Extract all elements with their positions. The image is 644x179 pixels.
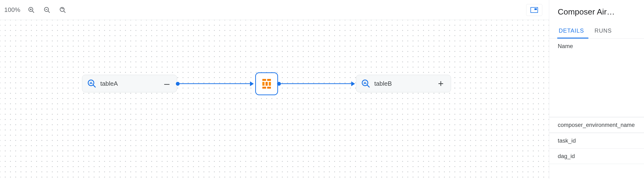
svg-rect-10 <box>534 8 537 10</box>
svg-rect-21 <box>262 82 264 86</box>
tab-details[interactable]: DETAILS <box>549 23 589 38</box>
node-table-b[interactable]: tableB + <box>356 75 451 92</box>
zoom-reset-button[interactable] <box>58 5 68 15</box>
output-port[interactable] <box>277 82 281 86</box>
minimap-toggle[interactable] <box>526 4 542 16</box>
node-composer-task[interactable] <box>255 72 278 95</box>
node-label: tableB <box>374 80 433 87</box>
svg-rect-13 <box>90 83 90 84</box>
field-task-id: task_id <box>549 133 644 148</box>
svg-line-12 <box>93 85 95 87</box>
svg-rect-15 <box>92 83 92 84</box>
zoom-in-button[interactable] <box>26 5 36 15</box>
tab-runs[interactable]: RUNS <box>589 23 617 38</box>
zoom-reset-icon <box>59 7 66 14</box>
composer-icon <box>260 77 274 91</box>
edge <box>180 83 251 84</box>
zoom-out-icon <box>44 7 50 14</box>
field-composer-env: composer_environment_name <box>549 117 644 133</box>
svg-rect-25 <box>364 83 364 84</box>
svg-line-1 <box>32 11 34 13</box>
svg-rect-17 <box>267 79 271 81</box>
svg-line-5 <box>48 11 50 13</box>
minimap-icon <box>530 7 538 13</box>
zoom-in-icon <box>28 7 35 14</box>
output-port[interactable] <box>176 82 180 86</box>
field-name: Name <box>549 39 644 117</box>
svg-rect-14 <box>91 82 92 84</box>
svg-rect-26 <box>365 82 366 84</box>
edge <box>281 83 352 84</box>
svg-rect-27 <box>366 83 366 84</box>
svg-rect-16 <box>262 79 266 81</box>
bigquery-icon <box>362 79 370 88</box>
bigquery-icon <box>88 79 96 88</box>
canvas-toolbar: 100% <box>0 0 549 20</box>
details-panel: Composer Air… DETAILS RUNS Name composer… <box>549 0 644 179</box>
collapse-button[interactable]: – <box>163 79 170 88</box>
arrowhead-icon <box>250 81 254 86</box>
panel-title: Composer Air… <box>549 0 644 23</box>
panel-tabs: DETAILS RUNS <box>549 23 644 39</box>
arrowhead-icon <box>351 81 355 86</box>
field-dag-id: dag_id <box>549 148 644 164</box>
zoom-out-button[interactable] <box>42 5 52 15</box>
lineage-canvas[interactable]: tableA – <box>0 20 549 179</box>
node-label: tableA <box>100 80 159 87</box>
svg-rect-20 <box>267 87 271 89</box>
node-table-a[interactable]: tableA – <box>82 75 177 92</box>
zoom-level: 100% <box>4 6 20 14</box>
svg-rect-18 <box>266 82 268 86</box>
svg-line-24 <box>367 85 369 87</box>
svg-line-8 <box>64 11 65 13</box>
panel-resize-handle[interactable] <box>549 84 549 95</box>
svg-point-7 <box>60 7 64 12</box>
svg-rect-22 <box>269 82 271 86</box>
svg-rect-19 <box>262 87 266 89</box>
expand-button[interactable]: + <box>437 79 444 88</box>
